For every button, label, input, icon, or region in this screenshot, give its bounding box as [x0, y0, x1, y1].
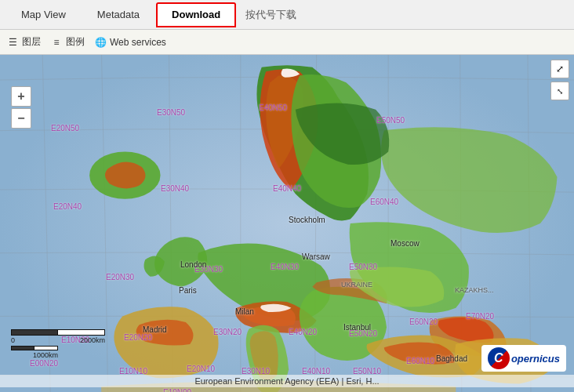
layers-button[interactable]: ☰ 图层	[6, 35, 41, 49]
expand-icon: ⤢	[556, 64, 564, 74]
expand2-icon: ⤡	[557, 87, 563, 96]
tab-map-view[interactable]: Map View	[6, 2, 81, 27]
expand-fullscreen-button[interactable]: ⤢	[550, 60, 569, 78]
layers-icon: ☰	[6, 36, 19, 49]
zoom-out-button[interactable]: −	[11, 108, 31, 129]
tab-map-view-label: Map View	[21, 9, 66, 20]
scale-label-2000km: 2000km	[80, 336, 105, 344]
tab-metadata[interactable]: Metadata	[82, 2, 154, 27]
web-services-button[interactable]: 🌐 Web services	[94, 36, 166, 49]
legend-button[interactable]: ≡ 图例	[50, 35, 85, 49]
globe-icon: 🌐	[94, 36, 107, 49]
zoom-controls: + −	[11, 86, 31, 129]
legend-label: 图例	[66, 35, 85, 49]
zoom-in-button[interactable]: +	[11, 86, 31, 107]
scale-label-1000km: 1000km	[33, 351, 58, 359]
map-attribution: European Environment Agency (EEA) | Esri…	[0, 375, 574, 387]
copernicus-text: opernicus	[511, 353, 560, 365]
scale-bar: 0 2000km 1000km	[11, 329, 105, 359]
expand2-button[interactable]: ⤡	[550, 82, 569, 100]
tab-download-label: Download	[172, 9, 220, 20]
legend-icon: ≡	[50, 36, 63, 49]
tab-metadata-label: Metadata	[97, 9, 140, 20]
zoom-out-icon: −	[17, 111, 24, 125]
layers-label: 图层	[22, 35, 41, 49]
zoom-in-icon: +	[17, 89, 24, 103]
tab-bar: Map View Metadata Download 按代号下载	[0, 0, 574, 30]
web-services-label: Web services	[110, 37, 166, 48]
tab-chinese[interactable]: 按代号下载	[245, 8, 296, 22]
toolbar: ☰ 图层 ≡ 图例 🌐 Web services	[0, 30, 574, 55]
map-container[interactable]: ⤢ ⤡ + − E20N50 E30N50 E40N50 E50N50 E20N…	[0, 55, 574, 392]
copernicus-logo: C opernicus	[481, 345, 566, 372]
copernicus-icon: C	[488, 347, 510, 369]
scale-label-0: 0	[11, 336, 15, 344]
tab-download[interactable]: Download	[156, 2, 236, 27]
